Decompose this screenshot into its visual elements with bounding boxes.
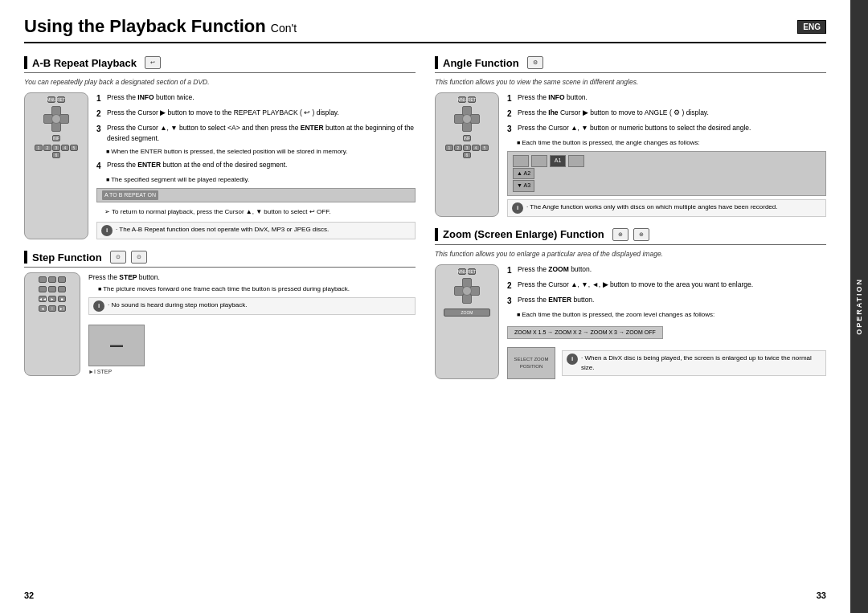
step-instructions: Press the STEP button. The picture moves… bbox=[88, 272, 416, 376]
angle-btn-6: 6 bbox=[463, 152, 471, 158]
angle-remote-info: INF bbox=[463, 135, 471, 141]
step-remote-btn-8: ► bbox=[48, 296, 56, 302]
step-remote-btn-12: ►I bbox=[58, 305, 66, 312]
step-icon-1: ⊙ bbox=[110, 251, 126, 264]
zoom-remote-dpad bbox=[454, 278, 480, 304]
angle-btn-1: 1 bbox=[445, 145, 453, 151]
angle-note-text: · The Angle function works only with dis… bbox=[526, 202, 777, 212]
zoom-instructions: 1 Press the ZOOM button. 2 Press the Cur… bbox=[507, 264, 826, 380]
angle-remote-dpad bbox=[454, 106, 480, 132]
step-remote-btn-9: ■ bbox=[58, 296, 66, 302]
ab-note-text: · The A-B Repeat function does not opera… bbox=[116, 225, 329, 235]
step-instruction-text: Press the STEP button. bbox=[88, 272, 416, 283]
angle-remote-ret: RET bbox=[468, 96, 476, 103]
ab-note-icon: i bbox=[101, 225, 113, 236]
zoom-icons: ⊕ ⊕ bbox=[609, 228, 649, 241]
page-header: Using the Playback Function Con't ENG bbox=[24, 16, 826, 43]
zoom-note-text: · When a DivX disc is being played, the … bbox=[581, 353, 821, 373]
ab-return-note: To return to normal playback, press the … bbox=[96, 207, 416, 217]
page-number-left: 32 bbox=[24, 591, 34, 600]
zoom-step-3: 3 Press the ENTER button. bbox=[507, 295, 826, 307]
remote-btn-return: RET bbox=[57, 96, 65, 103]
step-screen-label: ►I STEP bbox=[88, 368, 112, 377]
zoom-remote: MNU RET ZOOM bbox=[435, 264, 499, 380]
step-remote: ◄◄ ► ■ ◄ I ►I bbox=[24, 272, 80, 376]
zoom-content: MNU RET ZOOM bbox=[435, 264, 826, 380]
remote-btn-4: 4 bbox=[61, 145, 69, 151]
ab-repeat-icon: ↩ bbox=[145, 56, 161, 69]
zoom-function-title: Zoom (Screen Enlarge) Function bbox=[443, 228, 604, 240]
ab-sub-note-2: The specified segment will be played rep… bbox=[96, 175, 416, 185]
zoom-step-1: 1 Press the ZOOM button. bbox=[507, 264, 826, 276]
step-sub-note: The picture moves forward one frame each… bbox=[88, 284, 416, 294]
eng-badge: ENG bbox=[797, 20, 826, 34]
angle-btn-5: 5 bbox=[481, 145, 489, 151]
ab-repeat-instructions: 1 Press the INFO button twice. 2 Press t… bbox=[96, 92, 416, 239]
angle-osd-cell-2 bbox=[531, 155, 547, 167]
angle-osd-strip: A1 ▲ A2 ▼ A3 bbox=[507, 151, 826, 196]
step-screen-preview: ▬▬ bbox=[88, 325, 145, 366]
angle-osd-row-3: ▼ A3 bbox=[513, 180, 821, 192]
zoom-dpad-center bbox=[462, 286, 472, 296]
step-note-icon: i bbox=[93, 300, 104, 312]
zoom-remote-menu: MNU bbox=[458, 268, 466, 275]
ab-repeat-remote: MNU RET INF bbox=[24, 92, 88, 239]
angle-icon: ⚙ bbox=[527, 56, 543, 69]
zoom-icon-2: ⊕ bbox=[633, 228, 649, 241]
angle-subtitle: This function allows you to view the sam… bbox=[435, 78, 826, 86]
ab-step-3: 3 Press the Cursor ▲, ▼ button to select… bbox=[96, 123, 416, 144]
step-function-title: Step Function bbox=[32, 251, 102, 264]
step-remote-btn-5 bbox=[48, 286, 56, 292]
ab-step-1: 1 Press the INFO button twice. bbox=[96, 92, 416, 104]
angle-step-1: 1 Press the INFO button. bbox=[507, 92, 826, 104]
page-numbers: 32 33 bbox=[24, 591, 826, 600]
angle-osd-row-1: A1 bbox=[513, 155, 821, 167]
zoom-function-header: Zoom (Screen Enlarge) Function ⊕ ⊕ bbox=[435, 228, 826, 241]
angle-btn-3: 3 bbox=[463, 145, 471, 151]
ab-note-box: i · The A-B Repeat function does not ope… bbox=[96, 222, 416, 239]
ab-repeat-header: A-B Repeat Playback ↩ bbox=[24, 56, 416, 69]
angle-step-3: 3 Press the Cursor ▲, ▼ button or numeri… bbox=[507, 123, 826, 135]
zoom-subtitle: This function allows you to enlarge a pa… bbox=[435, 250, 826, 258]
zoom-display: ZOOM X 1.5 → ZOOM X 2 → ZOOM X 3 → ZOOM … bbox=[507, 326, 663, 340]
step-note-box: i · No sound is heard during step motion… bbox=[88, 297, 416, 315]
zoom-note-box: i · When a DivX disc is being played, th… bbox=[562, 350, 826, 376]
zoom-sub-note: Each time the button is pressed, the zoo… bbox=[507, 310, 826, 320]
step-function-content: ◄◄ ► ■ ◄ I ►I Press the STEP button. The… bbox=[24, 272, 416, 376]
dpad-center bbox=[51, 114, 61, 124]
step-icon-2: ⊙ bbox=[131, 251, 147, 264]
angle-step-2: 2 Press the Ihe Cursor ▶ button to move … bbox=[507, 108, 826, 120]
angle-content: MNU RET INF bbox=[435, 92, 826, 217]
ab-repeat-steps-2: 4 Press the ENTER button at the end of t… bbox=[96, 160, 416, 172]
select-zoom-label: SELECT ZOOM POSITION bbox=[508, 356, 555, 370]
operation-label: OPERATION bbox=[855, 278, 863, 335]
angle-btn-2: 2 bbox=[454, 145, 462, 151]
ab-repeat-content: MNU RET INF bbox=[24, 92, 416, 239]
angle-osd-cell-3: A1 bbox=[550, 155, 566, 167]
step-note-text: · No sound is heard during step motion p… bbox=[108, 300, 247, 310]
page-title-subtitle: Con't bbox=[271, 22, 297, 35]
angle-function-title: Angle Function bbox=[443, 57, 519, 69]
zoom-steps: 1 Press the ZOOM button. 2 Press the Cur… bbox=[507, 264, 826, 307]
step-remote-btn-6 bbox=[58, 286, 66, 292]
angle-osd-cell-1 bbox=[513, 155, 529, 167]
page-container: Using the Playback Function Con't ENG A-… bbox=[0, 0, 868, 613]
angle-osd-cell-6: ▼ A3 bbox=[513, 180, 534, 192]
step-remote-btn-11: I bbox=[48, 305, 56, 312]
step-function-header: Step Function ⊙ ⊙ bbox=[24, 251, 416, 264]
step-remote-btn-3 bbox=[58, 276, 66, 283]
remote-btn-3: 3 bbox=[52, 145, 60, 151]
angle-note-icon: i bbox=[512, 202, 523, 214]
ab-repeat-steps: 1 Press the INFO button twice. 2 Press t… bbox=[96, 92, 416, 144]
ab-repeat-subtitle: You can repeatedly play back a designate… bbox=[24, 78, 416, 86]
step-remote-btn-10: ◄ bbox=[39, 305, 47, 312]
remote-dpad bbox=[43, 106, 69, 132]
zoom-step-2: 2 Press the Cursor ▲, ▼, ◄, ▶ button to … bbox=[507, 280, 826, 292]
ab-step-4: 4 Press the ENTER button at the end of t… bbox=[96, 160, 416, 172]
angle-osd-row-2: ▲ A2 bbox=[513, 168, 821, 180]
columns: A-B Repeat Playback ↩ You can repeatedly… bbox=[24, 56, 826, 390]
angle-osd-cell-4 bbox=[568, 155, 584, 167]
angle-instructions: 1 Press the INFO button. 2 Press the Ihe… bbox=[507, 92, 826, 217]
step-remote-btn-2 bbox=[48, 276, 56, 283]
step-remote-btn-7: ◄◄ bbox=[39, 296, 47, 302]
